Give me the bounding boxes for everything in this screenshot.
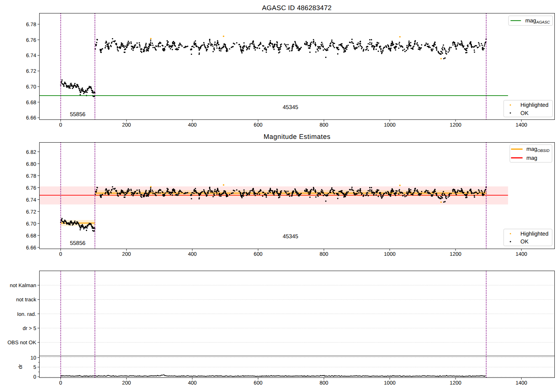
svg-text:not track: not track — [16, 296, 37, 302]
svg-text:800: 800 — [320, 122, 329, 128]
svg-text:1000: 1000 — [384, 251, 395, 257]
svg-text:1200: 1200 — [450, 251, 461, 257]
svg-text:400: 400 — [188, 251, 197, 257]
svg-text:200: 200 — [122, 122, 131, 128]
svg-text:6.78: 6.78 — [26, 21, 36, 27]
svg-text:0: 0 — [59, 380, 62, 386]
svg-text:800: 800 — [320, 251, 329, 257]
svg-text:600: 600 — [254, 380, 263, 386]
svg-text:dr > 5: dr > 5 — [23, 325, 36, 331]
svg-text:6.68: 6.68 — [26, 233, 36, 239]
svg-text:1000: 1000 — [384, 380, 395, 386]
svg-text:6.68: 6.68 — [26, 99, 36, 105]
svg-text:1400: 1400 — [516, 122, 527, 128]
svg-text:not Kalman: not Kalman — [10, 282, 36, 288]
svg-text:1400: 1400 — [516, 251, 527, 257]
svg-text:6.72: 6.72 — [26, 68, 36, 74]
svg-text:6.80: 6.80 — [26, 161, 36, 167]
svg-text:1400: 1400 — [516, 380, 527, 386]
svg-text:0: 0 — [33, 374, 36, 380]
svg-text:5: 5 — [33, 364, 36, 370]
svg-text:600: 600 — [254, 122, 263, 128]
svg-text:Ion. rad.: Ion. rad. — [17, 311, 36, 317]
svg-text:6.72: 6.72 — [26, 209, 36, 215]
svg-text:mag: mag — [526, 155, 537, 161]
svg-text:6.74: 6.74 — [26, 197, 36, 203]
svg-text:400: 400 — [188, 380, 197, 386]
svg-text:Highlighted: Highlighted — [520, 102, 548, 108]
svg-text:6.70: 6.70 — [26, 221, 36, 227]
svg-text:AGASC ID 486283472: AGASC ID 486283472 — [262, 4, 332, 12]
svg-text:45345: 45345 — [283, 104, 298, 111]
svg-text:0: 0 — [59, 122, 62, 128]
svg-text:OBS not OK: OBS not OK — [7, 339, 37, 345]
svg-text:45345: 45345 — [283, 233, 298, 240]
svg-text:6.82: 6.82 — [26, 149, 36, 155]
svg-text:55856: 55856 — [70, 240, 85, 246]
svg-text:400: 400 — [188, 122, 197, 128]
svg-text:200: 200 — [122, 251, 131, 257]
svg-text:6.66: 6.66 — [26, 245, 36, 251]
svg-text:6.70: 6.70 — [26, 84, 36, 90]
svg-text:1000: 1000 — [384, 122, 395, 128]
svg-text:200: 200 — [122, 380, 131, 386]
svg-text:Magnitude Estimates: Magnitude Estimates — [264, 133, 330, 140]
svg-text:OK: OK — [520, 110, 529, 116]
svg-text:800: 800 — [320, 380, 329, 386]
svg-text:6.78: 6.78 — [26, 173, 36, 179]
svg-text:6.74: 6.74 — [26, 52, 36, 58]
svg-text:6.66: 6.66 — [26, 115, 36, 121]
svg-text:0: 0 — [59, 251, 62, 257]
svg-text:6.76: 6.76 — [26, 37, 36, 43]
svg-text:10: 10 — [30, 355, 36, 361]
svg-text:1200: 1200 — [450, 122, 461, 128]
svg-text:1200: 1200 — [450, 380, 461, 386]
svg-text:55856: 55856 — [70, 111, 85, 118]
svg-text:dr: dr — [17, 364, 23, 369]
svg-text:Highlighted: Highlighted — [520, 231, 548, 237]
svg-text:OK: OK — [520, 239, 529, 245]
svg-text:6.76: 6.76 — [26, 185, 36, 191]
svg-text:600: 600 — [254, 251, 263, 257]
